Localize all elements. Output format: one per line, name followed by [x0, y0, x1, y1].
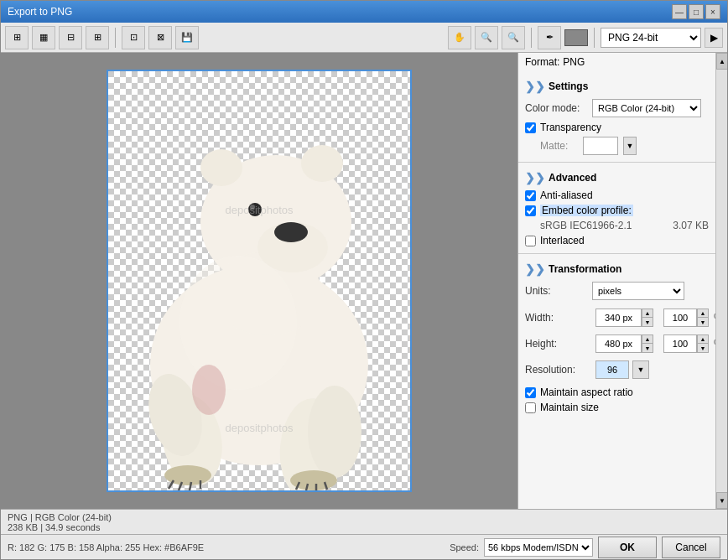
matte-dropdown-btn[interactable]: ▼ [623, 137, 637, 155]
color-swatch[interactable] [564, 29, 588, 46]
transformation-header: ❯❯ Transformation [525, 259, 709, 279]
bottom-bar: R: 182 G: 175 B: 158 Alpha: 255 Hex: #B6… [1, 534, 727, 559]
view-2up-btn[interactable]: ⊟ [59, 26, 82, 49]
resolution-row: Resolution: ▼ [525, 358, 709, 381]
width-pct-input[interactable] [663, 309, 697, 327]
width-pct-field: ▲ ▼ [660, 309, 709, 327]
maintain-size-checkbox[interactable] [525, 402, 536, 413]
hand-tool[interactable]: ✋ [448, 26, 471, 49]
embed-color-checkbox[interactable] [525, 205, 536, 216]
width-pct-down[interactable]: ▼ [697, 318, 709, 327]
units-row: Units: pixels [525, 279, 709, 303]
resolution-input[interactable] [595, 360, 629, 379]
maintain-size-row: Maintain size [525, 400, 709, 415]
transparency-checkbox[interactable] [525, 122, 536, 133]
interlaced-checkbox[interactable] [525, 236, 536, 246]
minimize-btn[interactable]: — [672, 4, 687, 19]
svg-point-10 [308, 386, 361, 478]
transformation-section: ❯❯ Transformation Units: pixels [518, 254, 715, 420]
title-bar: Export to PNG — □ × [1, 1, 727, 23]
maintain-size-label: Maintain size [540, 402, 599, 413]
toolbar-sep-2 [531, 28, 532, 48]
interlaced-label: Interlaced [540, 235, 585, 246]
status-size: 238 KB | 34.9 seconds [8, 522, 720, 532]
right-scrollbar[interactable]: ▲ ▼ [715, 53, 727, 509]
view-fit-btn[interactable]: ⊞ [5, 26, 29, 49]
height-pct-field: ▲ ▼ [660, 334, 709, 353]
toolbar: ⊞ ▦ ⊟ ⊞ ⊡ ⊠ 💾 ✋ 🔍 🔍 ✒ PNG 24-bit ▶ [1, 23, 727, 53]
height-label: Height: [525, 338, 592, 350]
svg-text:depositphotos: depositphotos [226, 204, 294, 216]
canvas-area[interactable]: depositphotos depositphotos [1, 53, 517, 509]
embed-color-row: Embed color profile: [525, 203, 709, 218]
svg-point-11 [200, 149, 242, 186]
width-px-up[interactable]: ▲ [642, 309, 653, 318]
eyedropper-btn[interactable]: ✒ [538, 26, 561, 49]
ok-button[interactable]: OK [598, 537, 657, 558]
transparency-label: Transparency [540, 122, 601, 133]
width-label: Width: [525, 312, 592, 324]
width-spin: ▲ ▼ [595, 309, 653, 327]
width-px-spinbtns: ▲ ▼ [642, 309, 653, 327]
transformation-label: Transformation [549, 263, 621, 275]
settings-header: ❯❯ Settings [525, 76, 709, 96]
svg-point-27 [179, 256, 297, 390]
advanced-collapse-icon[interactable]: ❯❯ [525, 171, 545, 184]
format-dropdown[interactable]: PNG 24-bit [601, 28, 701, 48]
zoom-in-btn[interactable]: 🔍 [475, 26, 498, 49]
maintain-aspect-checkbox[interactable] [525, 387, 536, 398]
image-container: depositphotos depositphotos [107, 70, 412, 492]
bear-image: depositphotos depositphotos [108, 71, 410, 490]
height-pct-down[interactable]: ▼ [697, 344, 709, 353]
color-profile-row: sRGB IEC61966-2.1 3.07 KB [525, 218, 709, 233]
view-actual-btn[interactable]: ▦ [32, 26, 55, 49]
color-profile-size: 3.07 KB [673, 220, 709, 231]
format-arrow-btn[interactable]: ▶ [705, 28, 723, 48]
status-format: PNG | RGB Color (24-bit) [8, 512, 720, 522]
speed-dropdown[interactable]: 56 kbps Modem/ISDN [484, 538, 593, 557]
units-dropdown[interactable]: pixels [592, 282, 684, 300]
pixel-info: R: 182 G: 175 B: 158 Alpha: 255 Hex: #B6… [8, 542, 204, 552]
toolbar-sep-1 [115, 28, 116, 48]
height-px-spinbtns: ▲ ▼ [642, 334, 653, 353]
height-pct-spinbtns: ▲ ▼ [697, 334, 709, 353]
save-btn[interactable]: 💾 [175, 26, 199, 49]
close-btn[interactable]: × [705, 4, 720, 19]
height-px-down[interactable]: ▼ [642, 344, 653, 353]
height-px-up[interactable]: ▲ [642, 334, 653, 344]
color-profile-value: sRGB IEC61966-2.1 [540, 220, 632, 231]
right-panel: Format: PNG ❯❯ Settings Color mode: RGB … [517, 53, 727, 509]
settings-section: ❯❯ Settings Color mode: RGB Color (24-bi… [518, 71, 715, 163]
window-title: Export to PNG [8, 6, 72, 18]
format-label: Format: [525, 56, 559, 68]
preview-btn[interactable]: ⊡ [122, 26, 145, 49]
height-pct-up[interactable]: ▲ [697, 334, 709, 344]
status-bar: PNG | RGB Color (24-bit) 238 KB | 34.9 s… [1, 509, 727, 534]
zoom-out-btn[interactable]: 🔍 [502, 26, 525, 49]
optimize-btn[interactable]: ⊠ [148, 26, 172, 49]
format-value: PNG [563, 56, 585, 68]
width-px-down[interactable]: ▼ [642, 318, 653, 327]
matte-swatch[interactable] [583, 137, 618, 155]
svg-point-12 [301, 145, 343, 182]
speed-label: Speed: [450, 542, 479, 552]
width-pct-up[interactable]: ▲ [697, 309, 709, 318]
embed-color-label: Embed color profile: [540, 205, 633, 216]
resolution-dropdown-btn[interactable]: ▼ [632, 360, 649, 379]
height-px-input[interactable] [595, 334, 642, 353]
transformation-collapse-icon[interactable]: ❯❯ [525, 262, 545, 276]
format-line: Format: PNG [518, 53, 715, 71]
anti-aliased-row: Anti-aliased [525, 188, 709, 203]
status-file-info: PNG | RGB Color (24-bit) 238 KB | 34.9 s… [8, 512, 720, 532]
height-pct-input[interactable] [663, 334, 697, 353]
color-mode-dropdown[interactable]: RGB Color (24-bit) [592, 99, 701, 117]
width-pct-spinbtns: ▲ ▼ [697, 309, 709, 327]
cancel-button[interactable]: Cancel [662, 537, 720, 558]
settings-collapse-icon[interactable]: ❯❯ [525, 80, 545, 93]
maximize-btn[interactable]: □ [689, 4, 704, 19]
width-px-input[interactable] [595, 309, 642, 327]
svg-point-28 [192, 365, 226, 415]
view-4up-btn[interactable]: ⊞ [86, 26, 109, 49]
anti-aliased-checkbox[interactable] [525, 190, 536, 201]
main-content: depositphotos depositphotos Format: PNG [1, 53, 727, 509]
